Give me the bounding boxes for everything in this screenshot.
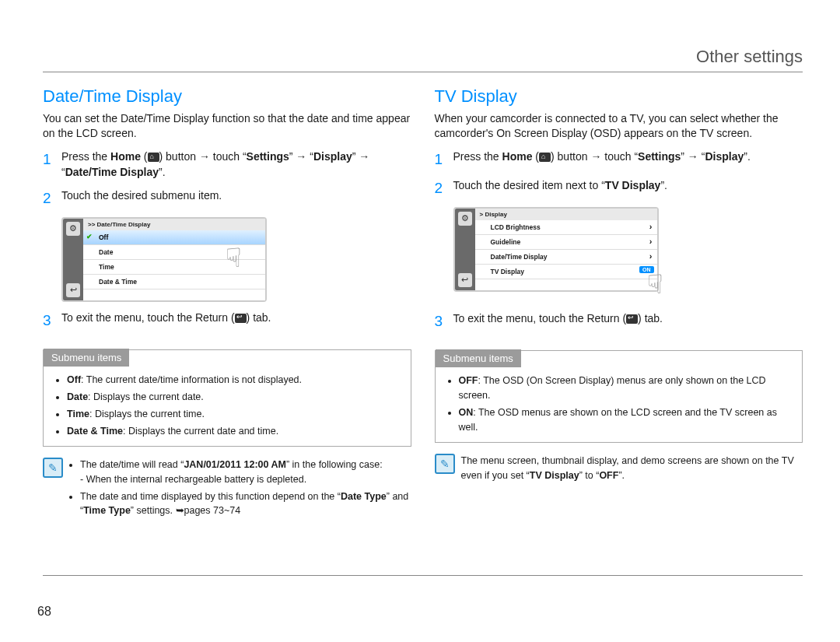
step-1: 1 Press the Home () button → touch “Sett… [43,149,411,181]
submenu-item-off: OFF: The OSD (On Screen Display) menus a… [459,374,790,403]
intro-text: You can set the Date/Time Display functi… [43,111,411,141]
lcd-row-brightness[interactable]: LCD Brightness› [475,220,657,235]
col-date-time-display: Date/Time Display You can set the Date/T… [43,86,411,521]
section-title: Date/Time Display [43,86,411,107]
note-block: ✎ The date/time will read “JAN/01/2011 1… [43,458,411,521]
submenu-item-datetime: Date & Time: Displays the current date a… [67,424,398,439]
chevron-right-icon: › [649,237,653,246]
lcd-row-time[interactable]: Time [83,260,265,275]
chevron-right-icon: › [649,251,653,261]
page-header: Other settings [43,47,803,72]
submenu-panel: Submenu items OFF: The OSD (On Screen Di… [435,350,803,443]
lcd-row-off[interactable]: ✔Off [83,230,265,245]
gear-icon[interactable]: ⚙ [458,212,472,226]
note-icon: ✎ [43,458,63,478]
submenu-title: Submenu items [436,349,521,367]
return-icon[interactable]: ↩ [66,283,80,297]
submenu-item-on: ON: The OSD menus are shown on the LCD s… [459,405,790,435]
submenu-item-off: Off: The current date/time information i… [67,373,398,388]
step-1: 1 Press the Home () button → touch “Sett… [435,149,803,170]
step-number: 1 [435,149,453,170]
lcd-breadcrumb: >> Date/Time Display [83,219,265,230]
step-3: 3 To exit the menu, touch the Return () … [43,310,411,332]
step-number: 3 [435,310,453,332]
note-block: ✎ The menu screen, thumbnail display, an… [435,454,803,482]
chevron-right-icon: › [649,222,653,231]
return-icon [235,314,247,323]
return-icon [626,314,638,324]
step-2: 2 Touch the desired submenu item. [43,188,411,209]
lcd-datetime-menu: ⚙ ↩ >> Date/Time Display ✔Off Date Time … [61,217,267,302]
step-number: 2 [43,188,61,209]
submenu-panel: Submenu items Off: The current date/time… [43,349,411,447]
note-icon: ✎ [435,454,455,474]
submenu-item-time: Time: Displays the current time. [67,407,398,422]
note-item: The date and time displayed by this func… [80,489,411,517]
home-icon [539,153,551,162]
touch-hand-icon: ☟ [647,268,663,300]
col-tv-display: TV Display When your camcorder is connec… [435,86,803,521]
return-icon[interactable]: ↩ [458,273,472,287]
lcd-row-datetime-display[interactable]: Date/Time Display› [475,250,657,265]
submenu-title: Submenu items [44,349,129,367]
intro-text: When your camcorder is connected to a TV… [435,111,803,141]
submenu-item-date: Date: Displays the current date. [67,390,398,405]
step-2: 2 Touch the desired item next to “TV Dis… [435,177,803,199]
gear-icon[interactable]: ⚙ [66,222,80,236]
lcd-row-date[interactable]: Date [83,245,265,260]
step-number: 1 [43,149,61,181]
lcd-row-datetime[interactable]: Date & Time [83,275,265,289]
home-icon [148,153,159,162]
step-number: 2 [435,177,453,199]
section-title: TV Display [435,86,803,107]
page-number: 68 [37,605,51,613]
lcd-display-menu: ⚙ ↩ > Display LCD Brightness› Guideline›… [453,207,659,292]
check-icon: ✔ [86,233,93,240]
footer-rule [43,575,803,576]
step-3: 3 To exit the menu, touch the Return () … [435,310,803,332]
lcd-row-guideline[interactable]: Guideline› [475,235,657,250]
step-number: 3 [43,310,61,332]
lcd-row-tv-display[interactable]: TV DisplayON [475,265,657,279]
lcd-breadcrumb: > Display [475,209,657,220]
note-item: The date/time will read “JAN/01/2011 12:… [80,458,411,486]
